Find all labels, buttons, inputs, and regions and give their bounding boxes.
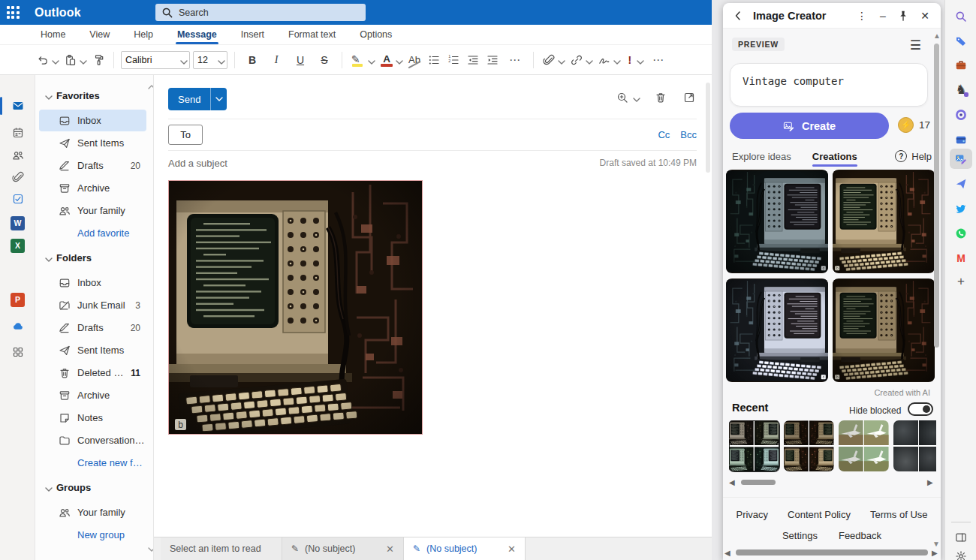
folder-scroll-up-icon[interactable] — [146, 81, 152, 93]
edge-rail-twitter-icon[interactable] — [950, 198, 972, 218]
minimize-icon[interactable]: – — [876, 10, 890, 22]
open-draft-tab-1[interactable]: ✎(No subject)✕ — [282, 537, 404, 560]
creator-tab-creations[interactable]: Creations — [812, 151, 857, 162]
folder-item-sent-items[interactable]: Sent Items — [39, 339, 146, 361]
send-button[interactable]: Send — [168, 88, 227, 110]
cc-link[interactable]: Cc — [658, 129, 670, 140]
create-button[interactable]: Create — [730, 113, 889, 139]
panel-vertical-scrollbar[interactable]: ▲ ▼ — [932, 32, 940, 548]
edge-rail-add-plus-icon[interactable]: + — [950, 271, 972, 291]
app-rail-people-icon[interactable] — [0, 144, 35, 167]
paste-icon[interactable] — [62, 51, 87, 69]
close-tab-icon[interactable]: ✕ — [386, 543, 394, 555]
panel-scroll-right-icon[interactable]: ▶ — [932, 549, 939, 557]
folder-item-junk-email[interactable]: Junk Email3 — [39, 294, 146, 316]
more-vert-icon[interactable]: ⋮ — [855, 10, 869, 22]
app-rail-onedrive-icon[interactable] — [0, 315, 35, 338]
folder-item-sent-items[interactable]: Sent Items — [39, 132, 146, 154]
italic-button[interactable]: I — [266, 51, 287, 69]
folder-item-notes[interactable]: Notes — [39, 407, 146, 429]
recent-tile-private-jets-batch[interactable] — [839, 420, 889, 471]
generated-image-3[interactable] — [726, 278, 828, 382]
subject-input[interactable]: Add a subject — [168, 158, 227, 169]
link-new-group[interactable]: New group — [39, 524, 146, 546]
close-tab-icon[interactable]: ✕ — [508, 543, 516, 555]
app-rail-todo-icon[interactable] — [0, 188, 35, 210]
help-button[interactable]: ?Help — [895, 150, 932, 162]
recent-tile-vintage-computers-batch[interactable] — [729, 420, 779, 471]
folder-scroll-down-icon[interactable] — [146, 543, 152, 555]
edge-rail-search-icon[interactable] — [950, 6, 972, 26]
ribbon-tab-home[interactable]: Home — [39, 26, 67, 43]
edge-rail-image-creator-icon[interactable] — [950, 149, 972, 169]
footer-link-privacy[interactable]: Privacy — [736, 509, 768, 520]
section-header-groups[interactable]: Groups — [43, 477, 91, 497]
footer-link-feedback[interactable]: Feedback — [839, 530, 881, 541]
app-rail-more-apps-icon[interactable] — [0, 341, 35, 363]
indent-icon[interactable] — [484, 51, 501, 69]
panel-menu-icon[interactable]: ☰ — [910, 39, 921, 52]
bullets-icon[interactable] — [426, 51, 442, 69]
undo-icon[interactable] — [35, 51, 59, 69]
link-create-new-folder[interactable]: Create new folder — [39, 452, 146, 474]
folder-item-your-family[interactable]: Your family — [39, 200, 146, 221]
search-input[interactable]: Search — [155, 4, 366, 21]
folder-item-archive[interactable]: Archive — [39, 177, 146, 199]
edge-rail-compose-plane-icon[interactable] — [950, 173, 972, 194]
edge-rail-games-icon[interactable]: ♞ — [950, 80, 972, 100]
folder-item-drafts[interactable]: Drafts20 — [39, 317, 146, 339]
edge-rail-shopping-tag-icon[interactable] — [950, 31, 972, 51]
link-icon[interactable] — [568, 51, 593, 69]
section-header-folders[interactable]: Folders — [43, 248, 92, 267]
prompt-input[interactable]: Vintage computer — [730, 63, 928, 107]
send-options-chevron-icon[interactable] — [210, 88, 227, 110]
popout-icon[interactable] — [683, 92, 695, 104]
recent-tile-vintage-computers-batch-2[interactable] — [784, 420, 834, 471]
compose-scrollbar[interactable] — [706, 83, 710, 173]
hide-blocked-toggle[interactable] — [908, 402, 933, 416]
edge-rail-tools-briefcase-icon[interactable] — [950, 55, 972, 75]
open-draft-tab-2[interactable]: ✎(No subject)✕ — [404, 537, 526, 560]
folder-item-archive[interactable]: Archive — [39, 384, 146, 406]
link-add-favorite[interactable]: Add favorite — [39, 222, 146, 244]
footer-link-settings[interactable]: Settings — [782, 530, 818, 541]
recent-scrollbar[interactable]: ◀ ▶ — [729, 477, 935, 486]
to-button[interactable]: To — [168, 125, 203, 145]
folder-item-inbox[interactable]: Inbox — [39, 110, 146, 131]
signature-icon[interactable] — [596, 51, 621, 69]
strikethrough-button[interactable]: S — [314, 51, 335, 69]
app-rail-powerpoint-icon[interactable]: P — [0, 288, 35, 311]
app-rail-attachments-icon[interactable] — [0, 166, 35, 188]
close-icon[interactable]: ✕ — [918, 10, 932, 22]
edge-rail-m365-icon[interactable] — [950, 104, 972, 125]
numbering-icon[interactable]: 12 — [445, 51, 462, 69]
app-rail-word-icon[interactable]: W — [0, 212, 35, 234]
folder-item-conversation-history[interactable]: Conversation History — [39, 429, 146, 451]
footer-link-content-policy[interactable]: Content Policy — [788, 509, 851, 520]
generated-image-2[interactable] — [833, 170, 935, 273]
format-painter-icon[interactable] — [90, 51, 107, 69]
ribbon-tab-view[interactable]: View — [88, 26, 111, 43]
folder-item-drafts[interactable]: Drafts20 — [39, 155, 146, 176]
importance-icon[interactable]: ! — [624, 51, 644, 69]
zoom-icon[interactable] — [616, 92, 638, 104]
generated-image-1[interactable] — [726, 170, 828, 273]
recent-tile-dark-creatures-batch[interactable] — [893, 420, 936, 471]
outdent-icon[interactable] — [465, 51, 481, 69]
highlight-icon[interactable]: ✎ — [349, 50, 375, 70]
more-paragraph-icon[interactable]: ⋯ — [504, 50, 526, 70]
attach-icon[interactable] — [541, 51, 565, 69]
font-name-select[interactable]: Calibri — [121, 51, 190, 69]
clear-format-icon[interactable]: Ab — [406, 51, 423, 68]
creator-tab-explore-ideas[interactable]: Explore ideas — [732, 151, 791, 162]
edge-rail-settings-gear-icon[interactable] — [950, 546, 972, 560]
edge-rail-wallet-icon[interactable] — [950, 129, 972, 149]
app-rail-mail-icon[interactable] — [0, 95, 35, 117]
ribbon-tab-help[interactable]: Help — [132, 26, 155, 43]
panel-scroll-left-icon[interactable]: ◀ — [724, 549, 732, 557]
folder-item-deleted-items[interactable]: Deleted Items11 — [39, 362, 146, 384]
underline-button[interactable]: U — [290, 51, 311, 69]
edge-rail-sidebar-layout-icon[interactable] — [950, 527, 972, 547]
back-chevron-icon[interactable] — [732, 10, 746, 22]
discard-trash-icon[interactable] — [655, 92, 667, 104]
